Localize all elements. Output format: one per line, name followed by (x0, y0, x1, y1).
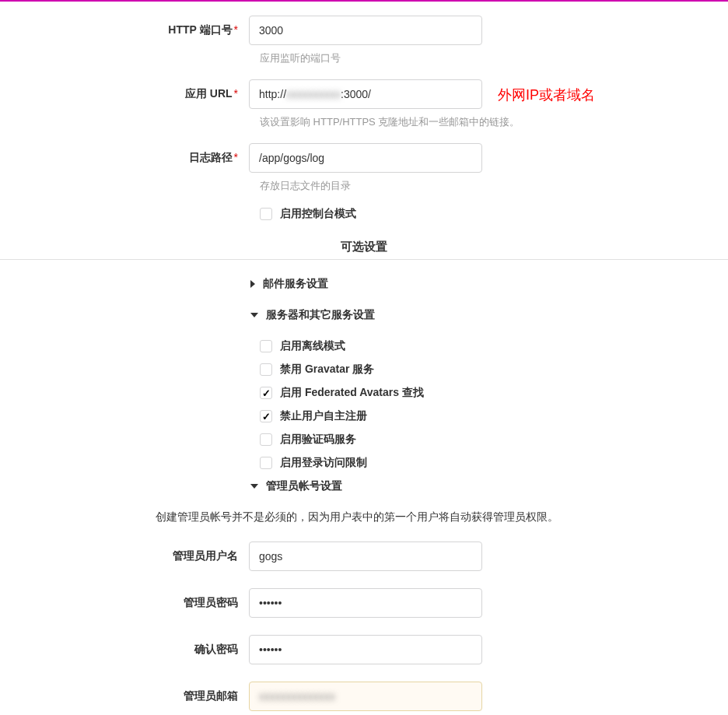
server-opt-label-4: 启用验证码服务 (280, 433, 356, 447)
admin-confirm-input[interactable] (249, 635, 482, 664)
server-opt-checkbox-3[interactable] (260, 410, 272, 422)
optional-settings-title: 可选设置 (0, 240, 728, 254)
app-url-input[interactable]: http://xxxxxxxxxx:3000/ (249, 79, 482, 109)
app-url-label: 应用 URL* (0, 79, 249, 101)
admin-confirm-label: 确认密码 (0, 635, 249, 657)
server-settings-toggle[interactable]: 服务器和其它服务设置 (250, 308, 728, 322)
server-opt-checkbox-2[interactable] (260, 387, 272, 399)
caret-down-icon (250, 484, 258, 489)
caret-down-icon (250, 313, 258, 317)
mail-settings-toggle[interactable]: 邮件服务设置 (250, 277, 728, 291)
admin-settings-toggle[interactable]: 管理员帐号设置 (250, 479, 728, 493)
server-opt-checkbox-0[interactable] (260, 340, 272, 352)
admin-username-label: 管理员用户名 (0, 542, 249, 563)
admin-email-input[interactable]: xxxxxxxxxxxxxx (249, 682, 482, 711)
server-opt-label-1: 禁用 Gravatar 服务 (280, 363, 374, 377)
server-opt-checkbox-1[interactable] (260, 363, 272, 376)
server-opt-label-0: 启用离线模式 (280, 339, 345, 353)
server-opt-checkbox-5[interactable] (260, 457, 272, 469)
server-opt-label-3: 禁止用户自主注册 (280, 409, 367, 423)
caret-right-icon (250, 280, 255, 288)
admin-note: 创建管理员帐号并不是必须的，因为用户表中的第一个用户将自动获得管理员权限。 (156, 510, 697, 524)
log-path-help: 存放日志文件的目录 (260, 179, 728, 193)
http-port-help: 应用监听的端口号 (260, 51, 728, 65)
admin-password-input[interactable] (249, 588, 482, 618)
http-port-label: HTTP 端口号* (0, 16, 249, 37)
server-opt-checkbox-4[interactable] (260, 433, 272, 446)
server-opt-label-2: 启用 Federated Avatars 查找 (280, 386, 424, 400)
admin-username-input[interactable] (249, 542, 482, 571)
admin-password-label: 管理员密码 (0, 588, 249, 610)
log-path-input[interactable] (249, 143, 482, 173)
log-path-label: 日志路径* (0, 143, 249, 165)
server-opt-label-5: 启用登录访问限制 (280, 456, 367, 470)
admin-email-label: 管理员邮箱 (0, 682, 249, 703)
app-url-annotation: 外网IP或者域名 (498, 86, 595, 104)
http-port-input[interactable] (249, 16, 482, 45)
console-mode-label: 启用控制台模式 (280, 207, 356, 221)
console-mode-checkbox[interactable] (260, 208, 272, 220)
app-url-help: 该设置影响 HTTP/HTTPS 克隆地址和一些邮箱中的链接。 (260, 115, 728, 129)
